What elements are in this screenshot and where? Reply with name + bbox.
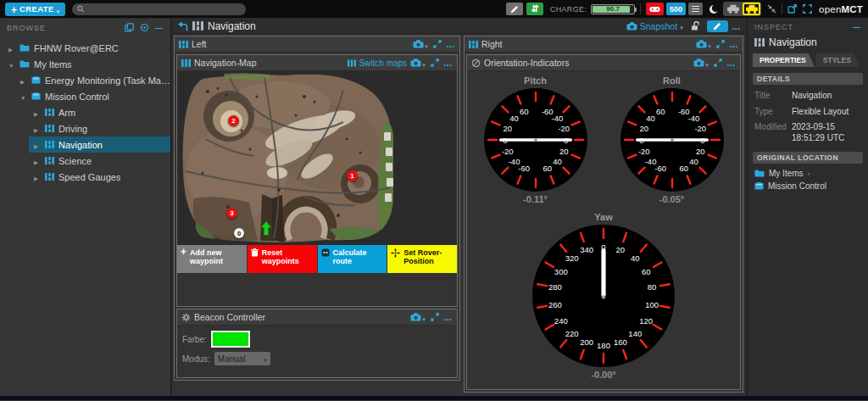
detail-row-type: Type Flexible Layout bbox=[748, 104, 868, 120]
log-list-button[interactable] bbox=[688, 3, 703, 15]
sync-arrows-button[interactable] bbox=[526, 3, 543, 15]
twisty-icon[interactable] bbox=[8, 43, 15, 53]
calculate-route-button[interactable]: Calculate route bbox=[318, 245, 387, 273]
more-menu-icon[interactable] bbox=[444, 55, 453, 70]
create-button[interactable]: CREATE bbox=[5, 3, 65, 16]
target-icon[interactable] bbox=[140, 23, 149, 32]
svg-text:220: 220 bbox=[565, 329, 579, 338]
twisty-icon[interactable] bbox=[8, 59, 15, 70]
expand-frame-icon[interactable] bbox=[714, 58, 722, 67]
switch-maps-button[interactable]: Switch maps bbox=[348, 58, 407, 68]
gauge-value: -0.11° bbox=[523, 194, 548, 204]
tab-styles[interactable]: STYLES bbox=[816, 53, 860, 67]
rover-yellow-button[interactable] bbox=[743, 3, 760, 15]
edit-button[interactable] bbox=[707, 20, 728, 32]
navigate-up-icon[interactable] bbox=[177, 21, 188, 31]
snapshot-label: Snapshot bbox=[640, 21, 677, 31]
location-my-items[interactable]: My Items bbox=[748, 167, 868, 180]
location-section-header: ORIGINAL LOCATION bbox=[753, 152, 863, 164]
tree-item-arm[interactable]: Arm bbox=[0, 104, 170, 120]
navigation-map-frame: Navigation-Map Switch maps bbox=[176, 54, 458, 307]
unlock-icon[interactable] bbox=[691, 21, 701, 31]
svg-text:-60: -60 bbox=[654, 164, 666, 173]
twisty-icon[interactable] bbox=[20, 92, 27, 102]
beacon-color-swatch[interactable] bbox=[211, 331, 250, 348]
snapshot-camera-icon[interactable] bbox=[693, 55, 709, 70]
svg-text:200: 200 bbox=[580, 337, 593, 347]
folder-icon bbox=[754, 170, 765, 177]
page-title: Navigation bbox=[208, 20, 256, 32]
snapshot-camera-icon[interactable] bbox=[696, 36, 711, 52]
location-mission-control[interactable]: Mission Control bbox=[748, 180, 868, 192]
tree-item-energy-monitoring[interactable]: Energy Monitoring (Task Managem… bbox=[0, 72, 170, 88]
expand-frame-icon[interactable] bbox=[716, 40, 725, 48]
svg-text:20: 20 bbox=[639, 124, 648, 133]
collapse-panes-icon[interactable] bbox=[767, 4, 776, 14]
snapshot-button[interactable]: Snapshot bbox=[626, 21, 683, 31]
svg-text:120: 120 bbox=[639, 316, 653, 326]
tree-item-science[interactable]: Science bbox=[0, 153, 170, 169]
collapse-inspect-icon[interactable] bbox=[853, 23, 861, 31]
waypoint-marker-3[interactable]: 3 bbox=[226, 208, 237, 219]
beacon-controller-frame: Beacon Controller Farbe: bbox=[176, 309, 458, 378]
tree-item-mission-control[interactable]: Mission Control bbox=[0, 88, 170, 104]
twisty-icon[interactable] bbox=[34, 140, 41, 150]
expand-frame-icon[interactable] bbox=[431, 58, 439, 67]
expand-frame-icon[interactable] bbox=[433, 40, 442, 48]
expand-frame-icon[interactable] bbox=[431, 313, 439, 321]
edit-mode-button[interactable] bbox=[506, 3, 523, 15]
snapshot-camera-icon[interactable] bbox=[410, 309, 426, 325]
button-label: Set Rover-Position bbox=[403, 248, 453, 266]
gamepad-indicator[interactable] bbox=[646, 3, 664, 15]
task-icon bbox=[31, 76, 41, 84]
more-menu-icon[interactable] bbox=[444, 309, 453, 325]
reset-waypoints-button[interactable]: Reset waypoints bbox=[248, 245, 317, 273]
orientation-frame-header: Orientation-Indicators bbox=[467, 55, 740, 71]
gauge-value: -0.00° bbox=[591, 370, 615, 380]
breadcrumb-chevron-icon bbox=[808, 169, 810, 178]
right-column-frame: Right Orientation-Indicat bbox=[464, 36, 743, 393]
rover-position-arrow[interactable] bbox=[260, 221, 272, 236]
more-menu-icon[interactable] bbox=[447, 36, 455, 52]
rover-gray-button[interactable] bbox=[724, 3, 742, 15]
waypoint-marker-2[interactable]: 2 bbox=[228, 115, 239, 126]
twisty-icon[interactable] bbox=[34, 124, 41, 134]
snapshot-camera-icon[interactable] bbox=[410, 55, 426, 70]
twisty-icon[interactable] bbox=[34, 172, 41, 182]
collapse-tree-icon[interactable] bbox=[155, 24, 164, 32]
tab-properties[interactable]: PROPERTIES bbox=[753, 53, 815, 67]
more-menu-icon[interactable] bbox=[730, 36, 738, 52]
waypoint-marker-0[interactable]: 0 bbox=[234, 228, 244, 238]
add-waypoint-button[interactable]: Add new waypoint bbox=[177, 245, 247, 273]
more-menu-icon[interactable] bbox=[732, 19, 741, 34]
twisty-icon[interactable] bbox=[34, 108, 41, 118]
tree-item-driving[interactable]: Driving bbox=[0, 120, 170, 136]
search-input[interactable] bbox=[88, 3, 242, 14]
tree-item-my-items[interactable]: My Items bbox=[0, 56, 170, 72]
tree-item-fhnw-rover[interactable]: FHNW Rover@ERC bbox=[0, 40, 170, 56]
twisty-icon[interactable] bbox=[20, 75, 27, 86]
frame-title: Navigation-Map bbox=[194, 58, 257, 68]
search-bar[interactable] bbox=[72, 3, 246, 15]
terrain-map[interactable]: 1 2 3 0 bbox=[177, 71, 457, 245]
set-rover-position-button[interactable]: Set Rover-Position bbox=[387, 245, 457, 273]
tree-item-navigation[interactable]: Navigation bbox=[0, 136, 170, 153]
waypoint-marker-1[interactable]: 1 bbox=[347, 170, 358, 181]
snapshot-camera-icon[interactable] bbox=[413, 36, 428, 52]
new-window-icon[interactable] bbox=[787, 4, 797, 14]
twisty-icon[interactable] bbox=[34, 156, 41, 166]
beacon-frame-header: Beacon Controller bbox=[177, 309, 457, 326]
flexible-layout-icon bbox=[45, 109, 54, 116]
tree-item-speed-gauges[interactable]: Speed Gauges bbox=[0, 169, 170, 185]
fullscreen-icon[interactable] bbox=[803, 4, 812, 14]
pitch-gauge-dial: 0-20-40-606040200-20-40-60604020 bbox=[483, 87, 588, 192]
svg-text:60: 60 bbox=[655, 107, 665, 116]
svg-text:340: 340 bbox=[580, 245, 593, 254]
more-menu-icon[interactable] bbox=[727, 55, 736, 70]
frame-title: Left bbox=[192, 39, 207, 49]
moon-icon[interactable] bbox=[709, 4, 719, 14]
modus-select[interactable]: Manual bbox=[214, 352, 270, 365]
speed-badge[interactable]: 500 bbox=[666, 3, 686, 15]
main-pane: Navigation Snapshot Left bbox=[172, 19, 746, 396]
copy-pages-icon[interactable] bbox=[125, 23, 134, 32]
